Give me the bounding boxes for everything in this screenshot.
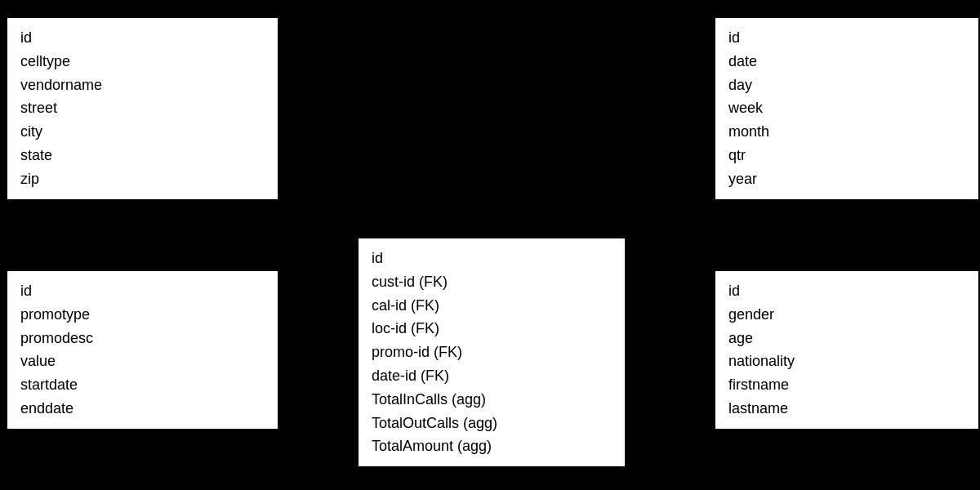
location-field-vendorname: vendorname: [20, 74, 265, 97]
customer-field-age: age: [728, 327, 965, 350]
fact-field-totaloutcalls: TotalOutCalls (agg): [372, 412, 612, 435]
location-field-street: street: [20, 96, 265, 120]
calendar-field-qtr: qtr: [728, 144, 965, 167]
calendar-field-month: month: [728, 120, 965, 144]
promotion-field-enddate: enddate: [20, 397, 265, 421]
fact-field-cust-id: cust-id (FK): [372, 270, 612, 294]
promotion-field-startdate: startdate: [20, 373, 265, 397]
fact-field-date-id: date-id (FK): [372, 364, 612, 388]
calendar-field-day: day: [728, 74, 965, 97]
fact-field-promo-id: promo-id (FK): [372, 341, 612, 364]
customer-table: id gender age nationality firstname last…: [714, 270, 980, 430]
fact-field-totalamount: TotalAmount (agg): [372, 434, 612, 458]
fact-field-id: id: [372, 247, 612, 270]
location-field-state: state: [20, 144, 265, 167]
calendar-field-date: date: [728, 50, 965, 74]
promotion-field-promodesc: promodesc: [20, 327, 265, 350]
calendar-field-year: year: [728, 167, 965, 191]
promotion-table: id promotype promodesc value startdate e…: [6, 270, 279, 430]
customer-field-id: id: [728, 279, 965, 303]
location-field-celltype: celltype: [20, 50, 265, 74]
location-table: id celltype vendorname street city state…: [6, 16, 279, 201]
fact-field-loc-id: loc-id (FK): [372, 317, 612, 341]
fact-table: id cust-id (FK) cal-id (FK) loc-id (FK) …: [357, 237, 626, 468]
customer-field-nationality: nationality: [728, 350, 965, 373]
calendar-field-id: id: [728, 26, 965, 50]
customer-field-gender: gender: [728, 303, 965, 327]
location-field-city: city: [20, 120, 265, 144]
promotion-field-id: id: [20, 279, 265, 303]
fact-field-cal-id: cal-id (FK): [372, 294, 612, 318]
customer-field-firstname: firstname: [728, 373, 965, 397]
location-field-id: id: [20, 26, 265, 50]
calendar-field-week: week: [728, 96, 965, 120]
promotion-field-promotype: promotype: [20, 303, 265, 327]
calendar-table: id date day week month qtr year: [714, 16, 980, 201]
promotion-field-value: value: [20, 350, 265, 373]
location-field-zip: zip: [20, 167, 265, 191]
customer-field-lastname: lastname: [728, 397, 965, 421]
fact-field-totalincalls: TotalInCalls (agg): [372, 388, 612, 412]
